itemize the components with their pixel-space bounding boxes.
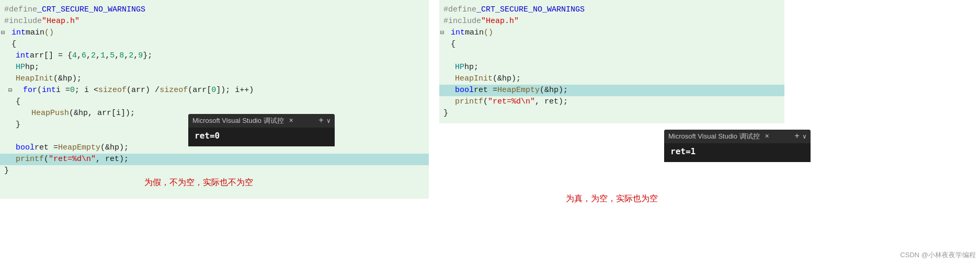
- code-line: {: [439, 39, 784, 50]
- code-text: "Heap.h": [481, 16, 519, 27]
- code-line: HP hp;: [439, 62, 784, 73]
- left-terminal-popup: Microsoft Visual Studio 调试控 × + ∨ ret=0: [188, 114, 335, 146]
- code-text: (&hp);: [493, 73, 521, 85]
- code-text: main: [465, 27, 484, 39]
- code-text: #define: [4, 4, 37, 16]
- code-text: 0: [211, 85, 216, 96]
- code-text: (: [37, 85, 42, 96]
- code-text: }: [16, 119, 20, 131]
- code-text: (&hp, arr[i]);: [69, 108, 135, 119]
- terminal-output: ret=0: [195, 131, 220, 141]
- terminal-close-button[interactable]: ×: [765, 132, 769, 141]
- code-text: #include: [4, 16, 42, 27]
- code-text: HeapInit: [16, 73, 53, 85]
- code-text: 4: [72, 50, 77, 62]
- code-text: i =: [56, 85, 70, 96]
- code-text: , ret);: [535, 96, 568, 108]
- code-text: HP: [455, 62, 464, 73]
- code-line: #define _CRT_SECURE_NO_WARNINGS: [439, 4, 784, 16]
- code-line: HP hp;: [0, 62, 429, 73]
- code-text: ret =: [474, 85, 497, 96]
- code-text: ,: [86, 50, 91, 62]
- terminal-chevron-button[interactable]: ∨: [327, 117, 331, 125]
- code-text: #include: [443, 16, 481, 27]
- code-text: HP: [16, 62, 25, 73]
- code-text: int: [443, 27, 465, 39]
- code-text: ]); i++): [216, 85, 254, 96]
- code-text: (: [483, 96, 488, 108]
- code-line: {: [0, 96, 429, 108]
- left-caption: 为假，不为空，实际也不为空: [68, 177, 329, 188]
- terminal-body: ret=1: [664, 143, 811, 162]
- code-text: sizeof: [159, 85, 188, 96]
- code-line: ⊟ int main(): [439, 27, 784, 39]
- code-text: ,: [124, 50, 129, 62]
- code-text: int: [42, 85, 56, 96]
- code-line: [439, 50, 784, 62]
- code-text: bool: [455, 85, 474, 96]
- right-terminal-popup: Microsoft Visual Studio 调试控 × + ∨ ret=1: [664, 130, 811, 162]
- right-caption: 为真，为空，实际也为空: [502, 193, 722, 204]
- code-text: (&hp);: [53, 73, 82, 85]
- right-code-panel: #define _CRT_SECURE_NO_WARNINGS #include…: [439, 0, 980, 264]
- code-text: printf: [455, 96, 483, 108]
- divider: [429, 0, 439, 264]
- code-text: _CRT_SECURE_NO_WARNINGS: [37, 4, 145, 16]
- code-text: 2: [129, 50, 133, 62]
- terminal-title: Microsoft Visual Studio 调试控: [192, 116, 284, 125]
- terminal-add-button[interactable]: +: [318, 116, 324, 125]
- code-text: int: [4, 27, 26, 39]
- code-text: 1: [100, 50, 105, 62]
- terminal-add-button[interactable]: +: [794, 132, 800, 141]
- collapse-icon[interactable]: ⊟: [8, 85, 12, 96]
- code-text: (arr[: [188, 85, 211, 96]
- left-code-area: #define _CRT_SECURE_NO_WARNINGS #include…: [0, 0, 429, 181]
- code-line: #define _CRT_SECURE_NO_WARNINGS: [0, 4, 429, 16]
- code-text: (&hp);: [540, 85, 568, 96]
- code-text: 9: [138, 50, 143, 62]
- code-text: HeapInit: [455, 73, 493, 85]
- code-line: int arr[] = { 4, 6, 2, 1, 5, 8, 2, 9 };: [0, 50, 429, 62]
- code-text: (arr) /: [127, 85, 159, 96]
- code-text: hp;: [464, 62, 478, 73]
- code-text: }: [4, 165, 9, 177]
- code-line: #include "Heap.h": [0, 16, 429, 27]
- code-text: hp;: [25, 62, 39, 73]
- collapse-icon[interactable]: ⊟: [440, 27, 444, 39]
- code-text: int: [16, 50, 30, 62]
- terminal-chevron-button[interactable]: ∨: [803, 133, 806, 141]
- code-text: sizeof: [98, 85, 127, 96]
- code-text: (&hp);: [100, 142, 129, 154]
- code-text: {: [443, 39, 455, 50]
- code-text: for: [16, 85, 37, 96]
- code-text: 6: [82, 50, 86, 62]
- code-text: (): [44, 27, 54, 39]
- code-text: "Heap.h": [42, 16, 79, 27]
- code-text: {: [16, 96, 20, 108]
- terminal-title: Microsoft Visual Studio 调试控: [668, 132, 760, 141]
- code-text: }: [443, 108, 448, 119]
- code-text: HeapPush: [31, 108, 69, 119]
- code-text: 0: [70, 85, 75, 96]
- code-line: ⊟ int main(): [0, 27, 429, 39]
- code-text: ; i <: [75, 85, 98, 96]
- code-text: {: [4, 39, 16, 50]
- code-text: (): [484, 27, 493, 39]
- code-text: ,: [133, 50, 138, 62]
- terminal-close-button[interactable]: ×: [289, 117, 293, 125]
- watermark: CSDN @小林夜夜学编程: [900, 250, 976, 260]
- code-text: 2: [91, 50, 96, 62]
- code-text: 5: [110, 50, 115, 62]
- code-line: {: [0, 39, 429, 50]
- code-line: #include "Heap.h": [439, 16, 784, 27]
- code-text: bool: [16, 142, 35, 154]
- code-text: (: [44, 154, 49, 165]
- code-text: printf: [16, 154, 44, 165]
- right-code-area: #define _CRT_SECURE_NO_WARNINGS #include…: [439, 0, 784, 123]
- code-text: ,: [105, 50, 110, 62]
- code-text: };: [143, 50, 152, 62]
- terminal-header: Microsoft Visual Studio 调试控 × + ∨: [188, 114, 335, 128]
- code-line: }: [0, 165, 429, 177]
- code-line: printf("ret=%d\n", ret);: [0, 154, 429, 165]
- collapse-icon[interactable]: ⊟: [1, 27, 5, 39]
